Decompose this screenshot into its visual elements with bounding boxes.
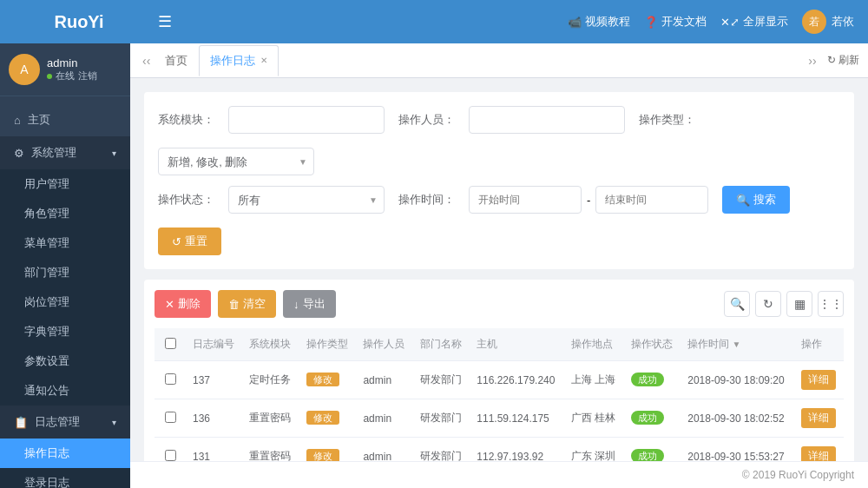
app-logo: RuoYi [14,12,144,32]
operator-input[interactable] [469,106,625,134]
sidebar-item-home[interactable]: ⌂ 主页 [0,103,130,136]
filter-row-1: 系统模块： 操作人员： 操作类型： 新增, 修改, 删除 新增 修改 删除 [158,106,840,175]
sidebar-item-dict[interactable]: 字典管理 [0,317,130,346]
sidebar-item-system[interactable]: ⚙ 系统管理 ▾ [0,136,130,169]
logout-btn[interactable]: 注销 [78,69,97,82]
table-toolbar: ✕ 删除 🗑 清空 ↓ 导出 [155,290,844,318]
refresh-btn[interactable]: ↻ 刷新 [827,53,859,68]
sidebar-item-menu[interactable]: 菜单管理 [0,228,130,258]
row-status: 成功 [624,361,681,399]
th-id: 日志编号 [186,328,242,361]
module-input[interactable] [228,106,385,134]
detail-button[interactable]: 详细 [801,370,836,390]
type-select[interactable]: 新增, 修改, 删除 新增 修改 删除 [158,148,314,175]
tab-operlog[interactable]: 操作日志 ✕ [199,45,279,76]
tab-home-label: 首页 [165,53,187,69]
reset-button[interactable]: ↺ 重置 [158,228,221,255]
tab-close-icon[interactable]: ✕ [260,56,267,65]
table-row: 137 定时任务 修改 admin 研发部门 116.226.179.240 上… [155,361,844,399]
row-operator: admin [356,361,412,399]
select-all-checkbox[interactable] [165,338,176,349]
tabs-nav-left[interactable]: ‹‹ [139,54,154,68]
sidebar-item-dept[interactable]: 部门管理 [0,258,130,287]
user-menu[interactable]: 若 若依 [802,10,854,34]
operator-label: 操作人员： [398,112,455,128]
fullscreen-label: 全屏显示 [743,14,788,30]
grid-view-btn[interactable]: ⋮⋮ [818,291,844,317]
th-operator: 操作人员 [356,328,412,361]
video-tutorial-btn[interactable]: 📹 视频教程 [568,14,630,30]
end-time-input[interactable] [595,186,708,214]
search-toggle-btn[interactable]: 🔍 [724,291,750,317]
row-id: 136 [186,399,242,438]
detail-button[interactable]: 详细 [801,446,836,461]
row-dept: 研发部门 [413,361,470,399]
refresh-icon: ↻ [763,297,773,311]
row-location: 广东 深圳 [564,438,624,462]
row-module: 重置密码 [242,438,299,462]
refresh-table-btn[interactable]: ↻ [755,291,781,317]
header: RuoYi ☰ 📹 视频教程 ❓ 开发文档 ✕⤢ 全屏显示 若 若依 [0,0,868,43]
sidebar-item-system-label: 系统管理 [31,145,76,161]
fullscreen-btn[interactable]: ✕⤢ 全屏显示 [720,14,788,30]
sidebar-item-menu-label: 菜单管理 [24,235,69,251]
sidebar-item-post-label: 岗位管理 [24,294,69,310]
sidebar-item-dict-label: 字典管理 [24,324,69,340]
row-checkbox[interactable] [165,373,176,385]
row-dept: 研发部门 [413,399,470,438]
row-type: 修改 [299,399,356,438]
sidebar-item-home-label: 主页 [28,112,50,128]
search-icon: 🔍 [736,194,750,207]
sidebar-item-loginlog[interactable]: 登录日志 [0,468,130,488]
detail-button[interactable]: 详细 [801,408,836,428]
row-host: 111.59.124.175 [470,399,564,438]
user-avatar-icon: 若 [802,10,826,34]
row-checkbox[interactable] [165,412,176,423]
th-module: 系统模块 [242,328,299,361]
column-settings-btn[interactable]: ▦ [786,291,812,317]
dev-docs-btn[interactable]: ❓ 开发文档 [644,14,707,30]
time-range: - [469,186,708,214]
clear-icon: 🗑 [228,298,240,311]
sidebar-item-notice[interactable]: 通知公告 [0,376,130,406]
tabs-nav-right[interactable]: ›› [805,54,819,68]
row-status: 成功 [624,399,681,438]
sidebar-item-param[interactable]: 参数设置 [0,346,130,376]
th-checkbox [155,328,186,361]
search-button[interactable]: 🔍 搜索 [722,186,790,214]
time-separator: - [587,194,590,207]
row-type: 修改 [299,438,356,462]
sidebar-item-log[interactable]: 📋 日志管理 ▾ [0,406,130,439]
sidebar-toggle[interactable]: ☰ [158,12,172,31]
th-action: 操作 [794,328,844,361]
row-time: 2018-09-30 18:02:52 [681,399,793,438]
sidebar-menu: ⌂ 主页 ⚙ 系统管理 ▾ 用户管理 角色管理 菜单管理 部门管理 岗位管理 字… [0,96,130,488]
sidebar-item-operlog[interactable]: 操作日志 [0,439,130,468]
row-id: 137 [186,361,242,399]
status-select[interactable]: 所有 成功 失败 [228,186,385,214]
clear-button[interactable]: 🗑 清空 [218,290,276,318]
sidebar-status: 在线 注销 [47,69,97,82]
status-label: 操作状态： [158,192,214,208]
delete-button[interactable]: ✕ 删除 [155,290,211,318]
content-area: ‹‹ 首页 操作日志 ✕ ›› ↻ 刷新 系统模块： 操作人员： [130,43,868,488]
tab-operlog-label: 操作日志 [210,53,255,69]
row-action: 详细 [794,399,844,438]
row-operator: admin [356,399,412,438]
sidebar-item-post[interactable]: 岗位管理 [0,287,130,317]
table-row: 136 重置密码 修改 admin 研发部门 111.59.124.175 广西… [155,399,844,438]
export-icon: ↓ [293,298,299,311]
sidebar-item-role[interactable]: 角色管理 [0,199,130,228]
row-checkbox[interactable] [165,450,176,461]
row-time: 2018-09-30 15:53:27 [681,438,793,462]
sidebar-item-log-label: 日志管理 [35,414,80,430]
th-type: 操作类型 [299,328,356,361]
start-time-input[interactable] [469,186,582,214]
sidebar-item-user[interactable]: 用户管理 [0,169,130,199]
grid-icon: ⋮⋮ [819,297,843,311]
th-time[interactable]: 操作时间 ▼ [681,328,793,361]
row-checkbox-cell [155,438,186,462]
export-button[interactable]: ↓ 导出 [283,290,336,318]
tab-home[interactable]: 首页 [154,45,199,76]
row-dept: 研发部门 [413,438,470,462]
